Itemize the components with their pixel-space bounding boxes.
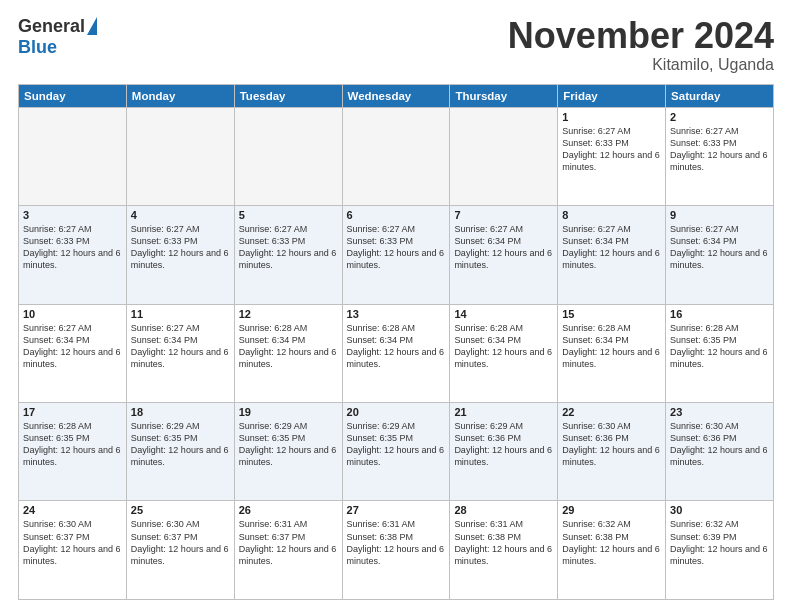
- day-number: 2: [670, 111, 769, 123]
- calendar-cell: [234, 107, 342, 205]
- calendar-cell: 16Sunrise: 6:28 AM Sunset: 6:35 PM Dayli…: [666, 304, 774, 402]
- day-number: 12: [239, 308, 338, 320]
- calendar-cell: 29Sunrise: 6:32 AM Sunset: 6:38 PM Dayli…: [558, 501, 666, 600]
- day-info: Sunrise: 6:28 AM Sunset: 6:35 PM Dayligh…: [23, 421, 121, 467]
- day-number: 19: [239, 406, 338, 418]
- day-number: 11: [131, 308, 230, 320]
- day-number: 17: [23, 406, 122, 418]
- day-number: 23: [670, 406, 769, 418]
- calendar-cell: 17Sunrise: 6:28 AM Sunset: 6:35 PM Dayli…: [19, 403, 127, 501]
- day-info: Sunrise: 6:27 AM Sunset: 6:34 PM Dayligh…: [454, 224, 552, 270]
- logo-text: General: [18, 16, 97, 37]
- logo-blue: Blue: [18, 37, 57, 58]
- day-number: 4: [131, 209, 230, 221]
- calendar-cell: 6Sunrise: 6:27 AM Sunset: 6:33 PM Daylig…: [342, 206, 450, 304]
- day-info: Sunrise: 6:29 AM Sunset: 6:35 PM Dayligh…: [239, 421, 337, 467]
- col-header-tuesday: Tuesday: [234, 84, 342, 107]
- calendar-cell: 18Sunrise: 6:29 AM Sunset: 6:35 PM Dayli…: [126, 403, 234, 501]
- day-info: Sunrise: 6:30 AM Sunset: 6:36 PM Dayligh…: [670, 421, 768, 467]
- calendar-cell: 8Sunrise: 6:27 AM Sunset: 6:34 PM Daylig…: [558, 206, 666, 304]
- day-number: 30: [670, 504, 769, 516]
- day-number: 24: [23, 504, 122, 516]
- header: General Blue November 2024 Kitamilo, Uga…: [18, 16, 774, 74]
- calendar-cell: 24Sunrise: 6:30 AM Sunset: 6:37 PM Dayli…: [19, 501, 127, 600]
- day-info: Sunrise: 6:27 AM Sunset: 6:33 PM Dayligh…: [131, 224, 229, 270]
- day-info: Sunrise: 6:31 AM Sunset: 6:38 PM Dayligh…: [347, 519, 445, 565]
- day-number: 8: [562, 209, 661, 221]
- day-info: Sunrise: 6:31 AM Sunset: 6:37 PM Dayligh…: [239, 519, 337, 565]
- day-number: 1: [562, 111, 661, 123]
- day-number: 25: [131, 504, 230, 516]
- calendar-cell: 14Sunrise: 6:28 AM Sunset: 6:34 PM Dayli…: [450, 304, 558, 402]
- day-info: Sunrise: 6:28 AM Sunset: 6:35 PM Dayligh…: [670, 323, 768, 369]
- calendar-cell: 7Sunrise: 6:27 AM Sunset: 6:34 PM Daylig…: [450, 206, 558, 304]
- calendar-cell: 20Sunrise: 6:29 AM Sunset: 6:35 PM Dayli…: [342, 403, 450, 501]
- day-number: 15: [562, 308, 661, 320]
- day-info: Sunrise: 6:28 AM Sunset: 6:34 PM Dayligh…: [239, 323, 337, 369]
- day-number: 27: [347, 504, 446, 516]
- day-info: Sunrise: 6:27 AM Sunset: 6:34 PM Dayligh…: [23, 323, 121, 369]
- day-info: Sunrise: 6:27 AM Sunset: 6:33 PM Dayligh…: [670, 126, 768, 172]
- day-number: 7: [454, 209, 553, 221]
- col-header-friday: Friday: [558, 84, 666, 107]
- day-info: Sunrise: 6:29 AM Sunset: 6:36 PM Dayligh…: [454, 421, 552, 467]
- week-row-4: 17Sunrise: 6:28 AM Sunset: 6:35 PM Dayli…: [19, 403, 774, 501]
- day-info: Sunrise: 6:30 AM Sunset: 6:37 PM Dayligh…: [23, 519, 121, 565]
- calendar-cell: 4Sunrise: 6:27 AM Sunset: 6:33 PM Daylig…: [126, 206, 234, 304]
- day-info: Sunrise: 6:27 AM Sunset: 6:33 PM Dayligh…: [23, 224, 121, 270]
- logo: General Blue: [18, 16, 97, 58]
- day-number: 6: [347, 209, 446, 221]
- logo-triangle-icon: [87, 17, 97, 35]
- header-row: SundayMondayTuesdayWednesdayThursdayFrid…: [19, 84, 774, 107]
- day-info: Sunrise: 6:28 AM Sunset: 6:34 PM Dayligh…: [454, 323, 552, 369]
- day-number: 20: [347, 406, 446, 418]
- day-number: 28: [454, 504, 553, 516]
- calendar-cell: 12Sunrise: 6:28 AM Sunset: 6:34 PM Dayli…: [234, 304, 342, 402]
- day-number: 16: [670, 308, 769, 320]
- calendar-cell: 21Sunrise: 6:29 AM Sunset: 6:36 PM Dayli…: [450, 403, 558, 501]
- day-info: Sunrise: 6:27 AM Sunset: 6:33 PM Dayligh…: [239, 224, 337, 270]
- day-info: Sunrise: 6:30 AM Sunset: 6:36 PM Dayligh…: [562, 421, 660, 467]
- calendar-cell: 5Sunrise: 6:27 AM Sunset: 6:33 PM Daylig…: [234, 206, 342, 304]
- day-info: Sunrise: 6:32 AM Sunset: 6:38 PM Dayligh…: [562, 519, 660, 565]
- calendar-title: November 2024: [508, 16, 774, 56]
- day-info: Sunrise: 6:29 AM Sunset: 6:35 PM Dayligh…: [131, 421, 229, 467]
- calendar-subtitle: Kitamilo, Uganda: [508, 56, 774, 74]
- calendar-cell: 28Sunrise: 6:31 AM Sunset: 6:38 PM Dayli…: [450, 501, 558, 600]
- day-info: Sunrise: 6:27 AM Sunset: 6:34 PM Dayligh…: [670, 224, 768, 270]
- calendar-page: General Blue November 2024 Kitamilo, Uga…: [0, 0, 792, 612]
- col-header-thursday: Thursday: [450, 84, 558, 107]
- day-number: 26: [239, 504, 338, 516]
- week-row-5: 24Sunrise: 6:30 AM Sunset: 6:37 PM Dayli…: [19, 501, 774, 600]
- day-number: 21: [454, 406, 553, 418]
- col-header-saturday: Saturday: [666, 84, 774, 107]
- day-info: Sunrise: 6:27 AM Sunset: 6:34 PM Dayligh…: [562, 224, 660, 270]
- day-info: Sunrise: 6:32 AM Sunset: 6:39 PM Dayligh…: [670, 519, 768, 565]
- calendar-cell: 9Sunrise: 6:27 AM Sunset: 6:34 PM Daylig…: [666, 206, 774, 304]
- calendar-cell: 30Sunrise: 6:32 AM Sunset: 6:39 PM Dayli…: [666, 501, 774, 600]
- col-header-wednesday: Wednesday: [342, 84, 450, 107]
- calendar-cell: [450, 107, 558, 205]
- calendar-cell: 11Sunrise: 6:27 AM Sunset: 6:34 PM Dayli…: [126, 304, 234, 402]
- day-info: Sunrise: 6:27 AM Sunset: 6:34 PM Dayligh…: [131, 323, 229, 369]
- calendar-cell: 15Sunrise: 6:28 AM Sunset: 6:34 PM Dayli…: [558, 304, 666, 402]
- calendar-cell: 19Sunrise: 6:29 AM Sunset: 6:35 PM Dayli…: [234, 403, 342, 501]
- day-number: 9: [670, 209, 769, 221]
- calendar-cell: 3Sunrise: 6:27 AM Sunset: 6:33 PM Daylig…: [19, 206, 127, 304]
- day-info: Sunrise: 6:29 AM Sunset: 6:35 PM Dayligh…: [347, 421, 445, 467]
- calendar-cell: [126, 107, 234, 205]
- calendar-cell: 23Sunrise: 6:30 AM Sunset: 6:36 PM Dayli…: [666, 403, 774, 501]
- day-number: 10: [23, 308, 122, 320]
- col-header-sunday: Sunday: [19, 84, 127, 107]
- calendar-table: SundayMondayTuesdayWednesdayThursdayFrid…: [18, 84, 774, 600]
- col-header-monday: Monday: [126, 84, 234, 107]
- day-number: 29: [562, 504, 661, 516]
- logo-general: General: [18, 16, 85, 37]
- calendar-cell: 1Sunrise: 6:27 AM Sunset: 6:33 PM Daylig…: [558, 107, 666, 205]
- calendar-cell: 2Sunrise: 6:27 AM Sunset: 6:33 PM Daylig…: [666, 107, 774, 205]
- week-row-1: 1Sunrise: 6:27 AM Sunset: 6:33 PM Daylig…: [19, 107, 774, 205]
- calendar-cell: 26Sunrise: 6:31 AM Sunset: 6:37 PM Dayli…: [234, 501, 342, 600]
- calendar-cell: 10Sunrise: 6:27 AM Sunset: 6:34 PM Dayli…: [19, 304, 127, 402]
- day-info: Sunrise: 6:28 AM Sunset: 6:34 PM Dayligh…: [347, 323, 445, 369]
- day-info: Sunrise: 6:31 AM Sunset: 6:38 PM Dayligh…: [454, 519, 552, 565]
